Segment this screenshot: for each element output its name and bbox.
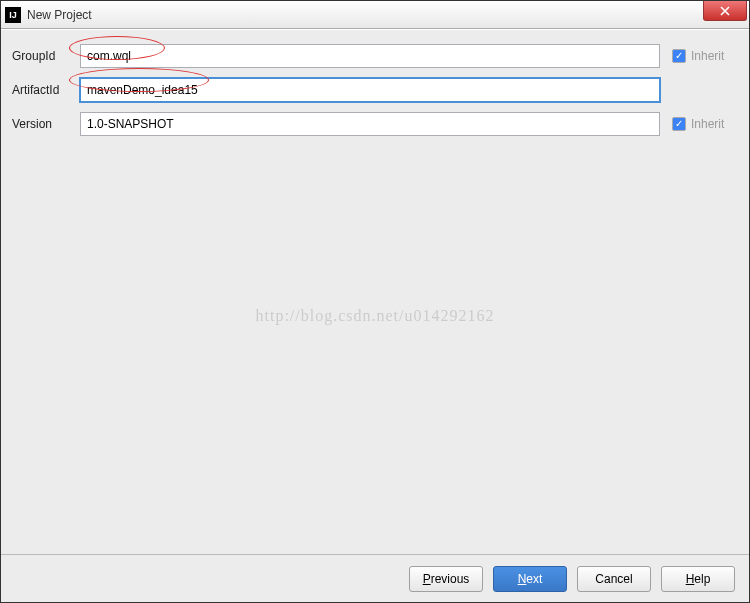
groupid-label: GroupId: [12, 49, 76, 63]
version-label: Version: [12, 117, 76, 131]
groupid-inherit-label: Inherit: [691, 49, 724, 63]
app-icon: IJ: [5, 7, 21, 23]
groupid-inherit: ✓ Inherit: [664, 49, 738, 63]
artifactid-label: ArtifactId: [12, 83, 76, 97]
window-title: New Project: [27, 8, 92, 22]
cancel-button[interactable]: Cancel: [577, 566, 651, 592]
dialog-content: GroupId ✓ Inherit ArtifactId Version ✓ I…: [1, 29, 749, 602]
watermark-text: http://blog.csdn.net/u014292162: [256, 307, 495, 325]
groupid-inherit-checkbox: ✓: [672, 49, 686, 63]
version-inherit-label: Inherit: [691, 117, 724, 131]
version-input[interactable]: [80, 112, 660, 136]
previous-button[interactable]: Previous: [409, 566, 483, 592]
groupid-input[interactable]: [80, 44, 660, 68]
button-bar: Previous Next Cancel Help: [1, 554, 749, 602]
titlebar: IJ New Project: [1, 1, 749, 29]
help-button[interactable]: Help: [661, 566, 735, 592]
close-icon: [719, 6, 731, 16]
next-button[interactable]: Next: [493, 566, 567, 592]
version-inherit: ✓ Inherit: [664, 117, 738, 131]
artifactid-input[interactable]: [80, 78, 660, 102]
version-inherit-checkbox: ✓: [672, 117, 686, 131]
close-button[interactable]: [703, 1, 747, 21]
form: GroupId ✓ Inherit ArtifactId Version ✓ I…: [12, 44, 738, 136]
